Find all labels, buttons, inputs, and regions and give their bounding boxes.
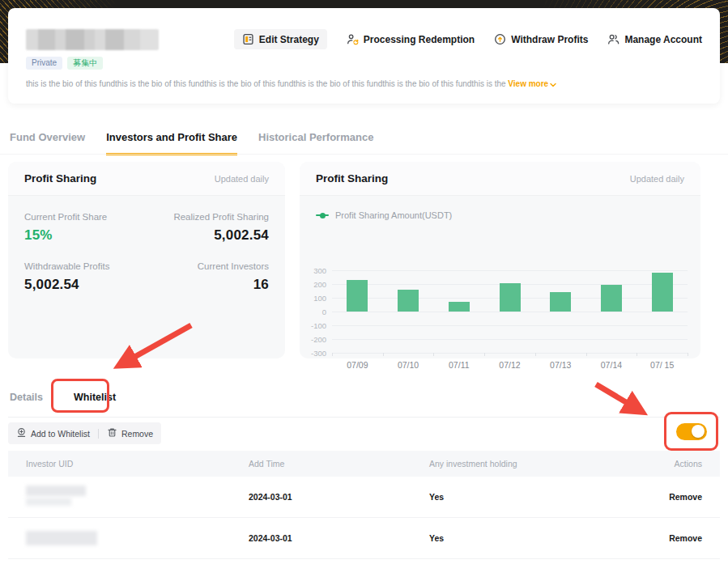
current-investors-value: 16: [147, 277, 269, 293]
profit-sharing-chart-panel: Profit Sharing Updated daily Profit Shar…: [300, 162, 700, 358]
recruiting-badge: 募集中: [67, 57, 103, 70]
bar-07-14: [601, 285, 622, 312]
y-axis-tick: 100: [313, 293, 326, 302]
x-axis-tick: 07/ 15: [650, 360, 674, 370]
bar-plot: 3002001000-100-200-30007/0907/1007/1107/…: [332, 270, 688, 353]
x-axis-tick: 07/14: [601, 360, 622, 370]
fund-bio: this is the bio of this fundthis is the …: [26, 79, 710, 88]
holding-cell: Yes: [429, 477, 444, 517]
y-axis-tick: -300: [311, 349, 326, 358]
y-axis-tick: 200: [313, 279, 326, 288]
remove-button-label: Remove: [121, 429, 153, 439]
toggle-knob: [692, 425, 705, 438]
profit-sharing-chart: Profit Sharing Amount(USDT) 3002001000-1…: [300, 196, 700, 358]
table-row: 2024-03-01 Yes Remove: [8, 518, 720, 559]
header-actions: Edit Strategy Processing Redemption: [234, 29, 702, 49]
chart-legend: Profit Sharing Amount(USDT): [316, 210, 452, 220]
investor-uid-redacted: [26, 518, 99, 558]
processing-redemption-button[interactable]: Processing Redemption: [347, 33, 475, 45]
x-axis-tick: 07/10: [398, 360, 419, 370]
y-axis-tick: -100: [311, 320, 326, 329]
whitelist-toolbar: Add to Whitelist Remove: [8, 422, 161, 444]
tab-fund-overview[interactable]: Fund Overview: [10, 131, 85, 155]
x-axis-tick: 07/13: [550, 360, 571, 370]
private-badge: Private: [26, 57, 62, 70]
investor-uid-redacted: [26, 477, 99, 517]
bar-07-13: [550, 292, 571, 312]
edit-strategy-label: Edit Strategy: [259, 34, 319, 45]
bar-07-11: [449, 302, 470, 312]
tab-historical-performance[interactable]: Historical Performance: [258, 131, 373, 155]
chart-updated-daily-label: Updated daily: [630, 174, 684, 184]
detail-sub-tabs: Details Whitelist: [10, 392, 116, 403]
fund-header-card: Private 募集中 Edit Strategy: [8, 8, 720, 104]
whitelist-toggle[interactable]: [676, 423, 707, 440]
legend-label: Profit Sharing Amount(USDT): [335, 210, 452, 220]
realized-profit-sharing-value: 5,002.54: [147, 227, 269, 244]
tab-whitelist[interactable]: Whitelist: [74, 392, 116, 403]
x-axis-tick: 07/11: [449, 360, 470, 370]
row-remove-link[interactable]: Remove: [669, 477, 702, 517]
toggle-arrow: [596, 384, 638, 409]
holding-cell: Yes: [429, 518, 444, 558]
stat-current-profit-share: Current Profit Share 15%: [24, 212, 147, 244]
y-axis-tick: 0: [322, 307, 326, 316]
col-add-time: Add Time: [249, 451, 284, 477]
tabs-divider: [0, 154, 728, 155]
profit-stats: Current Profit Share 15% Realized Profit…: [8, 196, 285, 309]
toggle-annotation-box: [664, 412, 718, 451]
remove-button[interactable]: Remove: [107, 427, 153, 439]
table-row: 2024-03-01 Yes Remove: [8, 477, 720, 518]
chevron-down-icon: [550, 83, 556, 87]
trash-icon: [107, 427, 117, 439]
updated-daily-label: Updated daily: [215, 174, 269, 184]
fund-management-page: Private 募集中 Edit Strategy: [0, 0, 728, 564]
view-more-link[interactable]: View more: [508, 79, 556, 88]
bar-07-12: [500, 283, 521, 312]
fund-name-redacted: [26, 29, 159, 50]
x-axis-tick: 07/12: [499, 360, 520, 370]
col-investor-uid: Investor UID: [26, 451, 73, 477]
current-profit-share-value: 15%: [24, 227, 147, 244]
row-remove-link[interactable]: Remove: [669, 518, 702, 558]
profit-sharing-summary-panel: Profit Sharing Updated daily Current Pro…: [8, 162, 285, 358]
bar-07-10: [398, 290, 419, 312]
manage-account-button[interactable]: Manage Account: [607, 33, 702, 45]
processing-redemption-icon: [347, 33, 359, 45]
fund-bio-text: this is the bio of this fundthis is the …: [26, 79, 508, 88]
whitelist-table-header: Investor UID Add Time Any investment hol…: [8, 451, 720, 477]
withdraw-profits-button[interactable]: Withdraw Profits: [494, 33, 588, 45]
bar-07-09: [347, 280, 368, 312]
chart-panel-title: Profit Sharing: [316, 172, 388, 184]
edit-strategy-button[interactable]: Edit Strategy: [234, 29, 327, 49]
add-time-cell: 2024-03-01: [249, 477, 292, 517]
withdraw-profits-icon: [494, 33, 506, 45]
add-to-whitelist-icon: [16, 427, 27, 439]
processing-redemption-label: Processing Redemption: [364, 34, 475, 45]
section-divider: [8, 417, 720, 418]
edit-strategy-icon: [242, 33, 254, 45]
add-to-whitelist-button[interactable]: Add to Whitelist: [16, 427, 90, 439]
x-axis-tick: 07/09: [347, 360, 368, 370]
main-tabs: Fund Overview Investors and Profit Share…: [10, 131, 373, 155]
legend-marker-icon: [316, 214, 329, 216]
add-time-cell: 2024-03-01: [249, 518, 292, 558]
stat-withdrawable-profits: Withdrawable Profits 5,002.54: [24, 261, 147, 293]
tab-investors-profit-share[interactable]: Investors and Profit Share: [106, 131, 237, 155]
badge-row: Private 募集中: [26, 57, 103, 70]
manage-account-label: Manage Account: [624, 34, 702, 45]
stat-current-investors: Current Investors 16: [147, 261, 269, 293]
stat-realized-profit-sharing: Realized Profit Sharing 5,002.54: [147, 212, 269, 244]
withdrawable-profits-value: 5,002.54: [24, 277, 147, 293]
add-to-whitelist-label: Add to Whitelist: [31, 429, 90, 439]
bar-07--15: [652, 273, 673, 312]
y-axis-tick: -200: [311, 335, 326, 344]
toolbar-separator: [98, 429, 99, 439]
col-actions: Actions: [675, 451, 702, 477]
tab-details[interactable]: Details: [10, 392, 43, 403]
withdraw-profits-label: Withdraw Profits: [511, 34, 588, 45]
y-axis-tick: 300: [313, 266, 326, 275]
col-investment-holding: Any investment holding: [429, 451, 517, 477]
panel-title: Profit Sharing: [24, 172, 96, 184]
manage-account-icon: [607, 33, 619, 45]
